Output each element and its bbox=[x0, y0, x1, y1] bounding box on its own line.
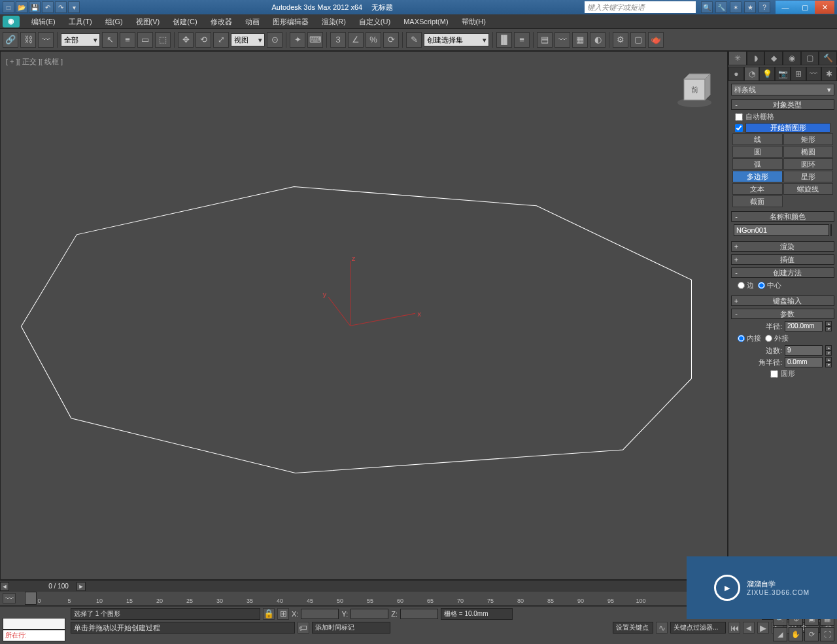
search-icon[interactable]: 🔍 bbox=[701, 1, 713, 13]
layers-icon[interactable]: ▤ bbox=[537, 32, 553, 48]
name-color-header[interactable]: -名称和颜色 bbox=[731, 211, 834, 222]
pivot-icon[interactable]: ⊙ bbox=[267, 32, 282, 48]
x-input[interactable] bbox=[301, 609, 339, 619]
new-icon[interactable]: □ bbox=[3, 1, 14, 13]
close-button[interactable]: ✕ bbox=[815, 1, 834, 14]
pan-icon[interactable]: ✋ bbox=[789, 627, 803, 641]
motion-tab-icon[interactable]: ◉ bbox=[783, 51, 801, 65]
radius-spinner[interactable]: ▴▾ bbox=[825, 321, 832, 331]
spacewarps-icon[interactable]: 〰 bbox=[806, 67, 822, 81]
menu-animation[interactable]: 动画 bbox=[239, 14, 266, 29]
modify-tab-icon[interactable]: ◗ bbox=[747, 51, 765, 65]
select-name-icon[interactable]: ≡ bbox=[120, 32, 135, 48]
max-toggle-icon[interactable]: ⛶ bbox=[820, 627, 834, 641]
ref-coord-dropdown[interactable]: 视图 bbox=[231, 33, 265, 46]
select-window-icon[interactable]: ⬚ bbox=[155, 32, 171, 48]
spinner-snap-icon[interactable]: ⟳ bbox=[383, 32, 399, 48]
time-slider-handle[interactable] bbox=[25, 592, 37, 605]
center-radio[interactable]: 中心 bbox=[758, 280, 781, 290]
qat-dropdown-icon[interactable]: ▾ bbox=[68, 1, 80, 13]
utilities-tab-icon[interactable]: 🔨 bbox=[819, 51, 837, 65]
key-mode-icon[interactable]: ∿ bbox=[656, 622, 668, 634]
render-setup-icon[interactable]: ⚙ bbox=[613, 32, 628, 48]
inscribed-radio[interactable]: 内接 bbox=[738, 333, 761, 343]
menu-views[interactable]: 视图(V) bbox=[129, 14, 167, 29]
save-icon[interactable]: 💾 bbox=[29, 1, 41, 13]
systems-icon[interactable]: ✱ bbox=[821, 67, 837, 81]
ngon-button[interactable]: 多边形 bbox=[732, 171, 783, 182]
menu-maxscript[interactable]: MAXScript(M) bbox=[397, 14, 454, 29]
scale-icon[interactable]: ⤢ bbox=[213, 32, 229, 48]
track-next-icon[interactable]: ► bbox=[77, 582, 86, 591]
favorite-icon[interactable]: ★ bbox=[744, 1, 756, 13]
menu-create[interactable]: 创建(C) bbox=[166, 14, 203, 29]
z-input[interactable] bbox=[400, 609, 438, 619]
select-icon[interactable]: ↖ bbox=[102, 32, 118, 48]
view-cube[interactable]: 前 bbox=[675, 71, 714, 110]
rectangle-button[interactable]: 矩形 bbox=[783, 133, 834, 145]
ellipse-button[interactable]: 椭圆 bbox=[783, 146, 834, 158]
percent-snap-icon[interactable]: % bbox=[366, 32, 381, 48]
params-header[interactable]: -参数 bbox=[731, 309, 834, 319]
set-key-button[interactable]: 设置关键点 bbox=[613, 622, 653, 634]
creation-method-header[interactable]: -创建方法 bbox=[731, 267, 834, 278]
open-icon[interactable]: 📂 bbox=[16, 1, 27, 13]
y-input[interactable] bbox=[350, 609, 388, 619]
add-time-tag[interactable]: 添加时间标记 bbox=[312, 622, 390, 634]
tag-icon[interactable]: 🏷 bbox=[298, 622, 309, 634]
maximize-button[interactable]: ▢ bbox=[795, 1, 815, 14]
align-icon[interactable]: ≡ bbox=[514, 32, 530, 48]
display-tab-icon[interactable]: ▢ bbox=[801, 51, 819, 65]
line-button[interactable]: 线 bbox=[732, 133, 783, 145]
move-icon[interactable]: ✥ bbox=[178, 32, 194, 48]
circumscribed-radio[interactable]: 外接 bbox=[765, 333, 789, 343]
edit-named-sel-icon[interactable]: ✎ bbox=[406, 32, 422, 48]
mini-curve-icon[interactable]: 〰 bbox=[3, 593, 16, 603]
keyboard-shortcut-icon[interactable]: ⌨ bbox=[307, 32, 323, 48]
menu-custom[interactable]: 自定义(U) bbox=[352, 14, 397, 29]
start-new-shape-button[interactable]: 开始新图形 bbox=[745, 123, 830, 133]
radius-input[interactable]: 200.0mm bbox=[785, 321, 823, 331]
lock-icon[interactable]: 🔒 bbox=[263, 608, 275, 620]
auto-grid-checkbox[interactable] bbox=[735, 113, 743, 121]
corner-radius-spinner[interactable]: ▴▾ bbox=[825, 357, 832, 367]
cameras-icon[interactable]: 📷 bbox=[775, 67, 791, 81]
bind-icon[interactable]: 〰 bbox=[38, 32, 54, 48]
exchange-icon[interactable]: ✶ bbox=[730, 1, 742, 13]
menu-render[interactable]: 渲染(R) bbox=[315, 14, 352, 29]
link-icon[interactable]: 🔗 bbox=[3, 32, 18, 48]
redo-icon[interactable]: ↷ bbox=[55, 1, 67, 13]
selection-filter-dropdown[interactable]: 全部 bbox=[61, 33, 100, 46]
start-new-shape-checkbox[interactable] bbox=[735, 124, 743, 132]
donut-button[interactable]: 圆环 bbox=[783, 158, 834, 170]
help-search-input[interactable]: 键入关键字或短语 bbox=[585, 1, 696, 13]
object-type-header[interactable]: -对象类型 bbox=[731, 99, 834, 110]
helix-button[interactable]: 螺旋线 bbox=[783, 183, 834, 195]
track-prev-icon[interactable]: ◄ bbox=[0, 582, 9, 591]
snap-3d-icon[interactable]: 3 bbox=[330, 32, 346, 48]
corner-radius-input[interactable]: 0.0mm bbox=[785, 357, 823, 367]
key-filter-button[interactable]: 关键点过滤器... bbox=[670, 622, 726, 634]
menu-modifiers[interactable]: 修改器 bbox=[204, 14, 239, 29]
orbit-icon[interactable]: ⟳ bbox=[804, 627, 819, 641]
play-icon[interactable]: ▶ bbox=[757, 622, 769, 634]
manipulate-icon[interactable]: ✦ bbox=[290, 32, 305, 48]
keyboard-header[interactable]: +键盘输入 bbox=[731, 296, 834, 306]
shapes-icon[interactable]: ◔ bbox=[744, 67, 760, 81]
object-color-swatch[interactable] bbox=[830, 224, 832, 236]
menu-edit[interactable]: 编辑(E) bbox=[25, 14, 62, 29]
unlink-icon[interactable]: ⛓ bbox=[20, 32, 36, 48]
star-button[interactable]: 星形 bbox=[783, 171, 834, 182]
mirror-icon[interactable]: ▐▌ bbox=[496, 32, 512, 48]
schematic-icon[interactable]: ▦ bbox=[572, 32, 588, 48]
menu-graph[interactable]: 图形编辑器 bbox=[266, 14, 315, 29]
viewport[interactable]: [ + ][ 正交 ][ 线框 ] x y z x y z bbox=[0, 51, 728, 580]
rotate-icon[interactable]: ⟲ bbox=[196, 32, 211, 48]
lights-icon[interactable]: 💡 bbox=[759, 67, 775, 81]
render-header[interactable]: +渲染 bbox=[731, 241, 834, 252]
fov-icon[interactable]: ◢ bbox=[773, 627, 787, 641]
key-icon[interactable]: 🔧 bbox=[715, 1, 727, 13]
angle-snap-icon[interactable]: ∠ bbox=[348, 32, 364, 48]
circle-button[interactable]: 圆 bbox=[732, 146, 783, 158]
app-menu-button[interactable]: ◉ bbox=[3, 16, 20, 27]
